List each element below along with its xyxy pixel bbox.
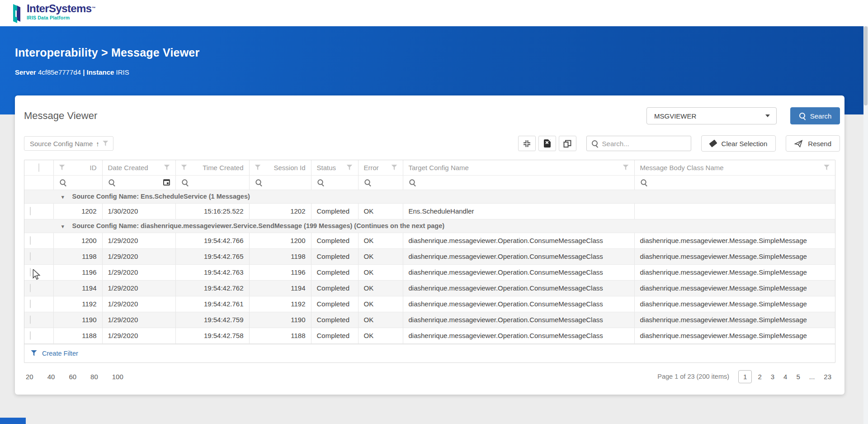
collapse-all-button[interactable] <box>518 136 536 151</box>
group-chip-label: Source Config Name <box>30 140 93 148</box>
filter-funnel-icon[interactable] <box>164 165 170 171</box>
row-checkbox[interactable] <box>30 252 31 261</box>
row-checkbox[interactable] <box>30 284 31 292</box>
pager-page[interactable]: ... <box>806 371 818 383</box>
grid-search-input[interactable] <box>602 140 679 148</box>
cell-target-config-name: diashenrique.messageviewer.Operation.Con… <box>403 248 634 264</box>
pager-page[interactable]: 5 <box>793 371 803 383</box>
filter-cell-id[interactable] <box>53 175 102 190</box>
vertical-scrollbar[interactable] <box>863 26 868 424</box>
table-row[interactable]: 1202 1/30/2020 15:16:25.522 1202 Complet… <box>24 203 835 219</box>
page-size-option[interactable]: 80 <box>90 371 99 382</box>
grid-search-box[interactable] <box>586 136 691 151</box>
column-label: Date Created <box>108 164 148 172</box>
cell-date-created: 1/30/2020 <box>102 203 175 219</box>
search-icon <box>59 179 66 186</box>
filter-cell-target-config-name[interactable] <box>403 175 634 190</box>
table-row[interactable]: 1192 1/29/2020 19:54:42.761 1192 Complet… <box>24 296 835 312</box>
create-filter-link[interactable]: Create Filter <box>42 350 78 357</box>
namespace-select[interactable]: MSGVIEWER <box>646 107 777 124</box>
row-checkbox[interactable] <box>30 236 31 245</box>
page-size-option[interactable]: 60 <box>68 371 77 382</box>
filter-funnel-icon[interactable] <box>623 165 629 171</box>
search-icon <box>799 112 806 119</box>
pager-page[interactable]: 3 <box>768 371 778 383</box>
cell-time-created: 19:54:42.758 <box>175 328 249 343</box>
column-header-status[interactable]: Status <box>311 160 358 175</box>
row-select-cell[interactable] <box>24 296 53 312</box>
filter-funnel-icon[interactable] <box>347 165 353 171</box>
page-size-option[interactable]: 20 <box>25 371 34 382</box>
row-checkbox[interactable] <box>30 268 31 276</box>
filter-cell-session-id[interactable] <box>249 175 311 190</box>
search-button[interactable]: Search <box>790 107 840 124</box>
row-select-cell[interactable] <box>24 328 53 343</box>
cell-id: 1198 <box>53 248 102 264</box>
filter-cell-date-created[interactable] <box>102 175 175 190</box>
search-icon <box>409 179 415 186</box>
row-select-cell[interactable] <box>24 233 53 248</box>
filter-funnel-icon[interactable] <box>59 165 65 171</box>
cell-date-created: 1/29/2020 <box>102 328 175 343</box>
select-all-header-cell[interactable] <box>24 160 53 175</box>
select-all-checkbox[interactable] <box>38 163 39 172</box>
create-filter-funnel-icon[interactable] <box>31 350 37 357</box>
pager-page[interactable]: 1 <box>738 370 752 383</box>
filter-funnel-icon[interactable] <box>392 165 397 171</box>
export-excel-button[interactable] <box>538 136 556 151</box>
row-select-cell[interactable] <box>24 248 53 264</box>
cell-message-body-class-name: diashenrique.messageviewer.Message.Simpl… <box>634 248 835 264</box>
filter-funnel-icon[interactable] <box>255 165 261 171</box>
column-header-time-created[interactable]: Time Created <box>175 160 249 175</box>
table-row[interactable]: 1188 1/29/2020 19:54:42.758 1188 Complet… <box>24 328 835 343</box>
filter-cell-time-created[interactable] <box>175 175 249 190</box>
filter-funnel-icon[interactable] <box>181 165 187 171</box>
cell-message-body-class-name: diashenrique.messageviewer.Message.Simpl… <box>634 296 835 312</box>
table-row[interactable]: 1194 1/29/2020 19:54:42.762 1194 Complet… <box>24 280 835 296</box>
cell-id: 1190 <box>53 312 102 328</box>
scrollbar-thumb[interactable] <box>864 26 868 105</box>
table-row[interactable]: 1198 1/29/2020 19:54:42.765 1198 Complet… <box>24 248 835 264</box>
cell-time-created: 19:54:42.765 <box>175 248 249 264</box>
brand-name: InterSystems <box>27 2 92 14</box>
column-header-error[interactable]: Error <box>358 160 403 175</box>
filter-cell-error[interactable] <box>358 175 403 190</box>
column-header-target-config-name[interactable]: Target Config Name <box>403 160 634 175</box>
filter-funnel-icon[interactable] <box>824 165 830 171</box>
row-checkbox[interactable] <box>30 300 31 308</box>
column-header-message-body-class-name[interactable]: Message Body Class Name <box>634 160 835 175</box>
clear-selection-button[interactable]: Clear Selection <box>701 135 776 152</box>
page-size-selector: 20406080100 <box>25 371 124 382</box>
pager-page[interactable]: 23 <box>821 371 835 383</box>
group-header-row[interactable]: ▾Source Config Name: diashenrique.messag… <box>24 219 835 233</box>
namespace-selected-value: MSGVIEWER <box>654 112 696 120</box>
filter-funnel-icon[interactable] <box>103 141 108 147</box>
group-header-row[interactable]: ▾Source Config Name: Ens.ScheduleService… <box>24 190 835 203</box>
page-size-option[interactable]: 40 <box>47 371 56 382</box>
collapse-triangle-icon[interactable]: ▾ <box>61 194 64 200</box>
collapse-triangle-icon[interactable]: ▾ <box>61 224 64 229</box>
column-header-session-id[interactable]: Session Id <box>249 160 311 175</box>
row-checkbox[interactable] <box>30 207 31 215</box>
calendar-icon[interactable] <box>163 179 170 186</box>
filter-cell-status[interactable] <box>311 175 358 190</box>
cell-session-id: 1200 <box>249 233 311 248</box>
table-row[interactable]: 1190 1/29/2020 19:54:42.759 1190 Complet… <box>24 312 835 328</box>
page-size-option[interactable]: 100 <box>111 371 124 382</box>
row-checkbox[interactable] <box>30 315 31 324</box>
group-by-chip[interactable]: Source Config Name ↑ <box>24 136 113 151</box>
pager-page[interactable]: 2 <box>755 371 764 383</box>
row-select-cell[interactable] <box>24 203 53 219</box>
column-header-id[interactable]: ID <box>53 160 102 175</box>
table-row[interactable]: 1200 1/29/2020 19:54:42.766 1200 Complet… <box>24 233 835 248</box>
column-header-date-created[interactable]: Date Created <box>102 160 175 175</box>
resend-button[interactable]: Resend <box>786 135 840 152</box>
table-row[interactable]: 1196 1/29/2020 19:54:42.763 1196 Complet… <box>24 264 835 280</box>
row-checkbox[interactable] <box>30 331 31 340</box>
column-chooser-button[interactable] <box>559 136 576 151</box>
row-select-cell[interactable] <box>24 264 53 280</box>
row-select-cell[interactable] <box>24 312 53 328</box>
row-select-cell[interactable] <box>24 280 53 296</box>
filter-cell-message-body-class-name[interactable] <box>634 175 835 190</box>
pager-page[interactable]: 4 <box>780 371 790 383</box>
